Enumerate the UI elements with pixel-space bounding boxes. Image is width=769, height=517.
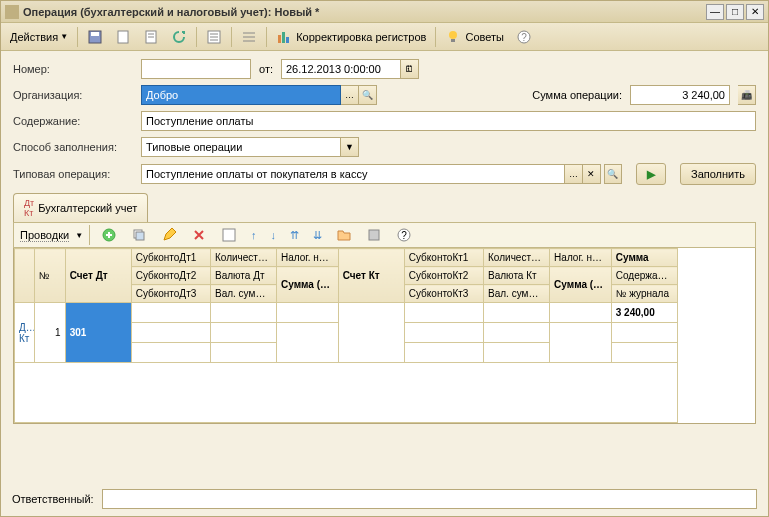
tab-accounting[interactable]: ДтКт Бухгалтерский учет [13, 193, 148, 222]
copy-icon[interactable] [126, 225, 152, 245]
cell-subdt1[interactable] [131, 303, 210, 323]
col-valsumk[interactable]: Вал. сумм… [484, 285, 550, 303]
cell-valsum[interactable] [210, 343, 276, 363]
cell-taxk[interactable] [550, 303, 612, 323]
fill-method-dropdown[interactable]: ▼ [341, 137, 359, 157]
cell-subkt1[interactable] [404, 303, 483, 323]
cell-subkt3[interactable] [404, 343, 483, 363]
maximize-button[interactable]: □ [726, 4, 744, 20]
sum-calc-button[interactable]: 📠 [738, 85, 756, 105]
entries-toolbar: Проводки ▼ ↑ ↓ ⇈ ⇊ ? [13, 222, 756, 248]
refresh-icon[interactable] [166, 26, 192, 48]
delete-icon[interactable] [186, 225, 212, 245]
entries-table[interactable]: № Счет Дт СубконтоДт1 Количеств… Налог. … [13, 248, 756, 424]
up-icon[interactable]: ↑ [246, 225, 262, 245]
cell-subdt2[interactable] [131, 323, 210, 343]
cell-valdt[interactable] [210, 323, 276, 343]
cell-valkt[interactable] [484, 323, 550, 343]
cell-subdt3[interactable] [131, 343, 210, 363]
org-input[interactable] [141, 85, 341, 105]
typical-op-search[interactable]: 🔍 [604, 164, 622, 184]
date-input[interactable] [281, 59, 401, 79]
cell-tax[interactable] [277, 303, 339, 323]
cell-subkt2[interactable] [404, 323, 483, 343]
svg-point-8 [449, 31, 457, 39]
col-subdt2[interactable]: СубконтоДт2 [131, 267, 210, 285]
tab-dt-kt-icon: ДтКт [24, 198, 34, 218]
actions-menu[interactable]: Действия ▼ [5, 26, 73, 48]
save-icon[interactable] [82, 26, 108, 48]
sort-desc-icon[interactable]: ⇊ [308, 225, 327, 245]
col-dt[interactable]: Счет Дт [65, 249, 131, 303]
org-ellipsis-button[interactable]: … [341, 85, 359, 105]
sum-input[interactable] [630, 85, 730, 105]
cell-kt[interactable] [338, 303, 404, 363]
cell-dt[interactable]: 301 [65, 303, 131, 363]
tab-label: Бухгалтерский учет [38, 202, 137, 214]
col-num[interactable]: № [34, 249, 65, 303]
tips-button[interactable]: Советы [440, 26, 508, 48]
col-valsum[interactable]: Вал. сумм… [210, 285, 276, 303]
entries-menu[interactable]: Проводки [20, 229, 69, 242]
sort-asc-icon[interactable]: ⇈ [285, 225, 304, 245]
cell-qty[interactable] [210, 303, 276, 323]
help2-icon[interactable]: ? [391, 225, 417, 245]
col-content[interactable]: Содержание [611, 267, 677, 285]
doc-icon-1[interactable] [110, 26, 136, 48]
empty-area[interactable] [15, 363, 678, 423]
number-input[interactable] [141, 59, 251, 79]
org-search-button[interactable]: 🔍 [359, 85, 377, 105]
cell-journal[interactable] [611, 343, 677, 363]
typical-op-input[interactable] [141, 164, 565, 184]
responsible-input[interactable] [102, 489, 757, 509]
folder-icon[interactable] [331, 225, 357, 245]
fill-method-label: Способ заполнения: [13, 141, 133, 153]
date-picker-button[interactable]: 🗓 [401, 59, 419, 79]
cell-sum[interactable]: 3 240,00 [611, 303, 677, 323]
svg-rect-1 [91, 32, 99, 36]
col-kt[interactable]: Счет Кт [338, 249, 404, 303]
cell-qtyk[interactable] [484, 303, 550, 323]
col-taxk[interactable]: Налог. на… [550, 249, 612, 267]
col-subdt3[interactable]: СубконтоДт3 [131, 285, 210, 303]
typical-op-clear[interactable]: ✕ [583, 164, 601, 184]
col-subkt1[interactable]: СубконтоКт1 [404, 249, 483, 267]
close-button[interactable]: ✕ [746, 4, 764, 20]
table-row[interactable]: ДтКт 1 301 3 240,00 [15, 303, 755, 323]
col-journal[interactable]: № журнала [611, 285, 677, 303]
col-tax[interactable]: Налог. на… [277, 249, 339, 267]
line-icon[interactable] [236, 26, 262, 48]
play-button[interactable]: ▶ [636, 163, 666, 185]
edit-icon[interactable] [156, 225, 182, 245]
execute-button[interactable]: Заполнить [680, 163, 756, 185]
help-icon[interactable]: ? [511, 26, 537, 48]
list-view-icon[interactable] [216, 225, 242, 245]
list-icon[interactable] [201, 26, 227, 48]
col-subdt1[interactable]: СубконтоДт1 [131, 249, 210, 267]
registers-button[interactable]: Корректировка регистров [271, 26, 431, 48]
col-subkt3[interactable]: СубконтоКт3 [404, 285, 483, 303]
col-qty[interactable]: Количеств… [210, 249, 276, 267]
svg-rect-5 [278, 35, 281, 43]
cell-sumkt[interactable] [550, 323, 612, 363]
col-valdt[interactable]: Валюта Дт [210, 267, 276, 285]
cell-valsumk[interactable] [484, 343, 550, 363]
cell-content[interactable] [611, 323, 677, 343]
add-icon[interactable] [96, 225, 122, 245]
svg-rect-6 [282, 32, 285, 43]
cell-num[interactable]: 1 [34, 303, 65, 363]
cell-sumdt[interactable] [277, 323, 339, 363]
down-icon[interactable]: ↓ [266, 225, 282, 245]
settings-icon[interactable] [361, 225, 387, 245]
col-sum[interactable]: Сумма [611, 249, 677, 267]
minimize-button[interactable]: — [706, 4, 724, 20]
typical-op-ellipsis[interactable]: … [565, 164, 583, 184]
col-sumdt[interactable]: Сумма (н/у) Дт [277, 267, 339, 303]
fill-method-input[interactable] [141, 137, 341, 157]
col-sumkt[interactable]: Сумма (н/у) Кт [550, 267, 612, 303]
col-subkt2[interactable]: СубконтоКт2 [404, 267, 483, 285]
col-qtyk[interactable]: Количеств… [484, 249, 550, 267]
content-input[interactable] [141, 111, 756, 131]
col-valkt[interactable]: Валюта Кт [484, 267, 550, 285]
doc-icon-2[interactable] [138, 26, 164, 48]
